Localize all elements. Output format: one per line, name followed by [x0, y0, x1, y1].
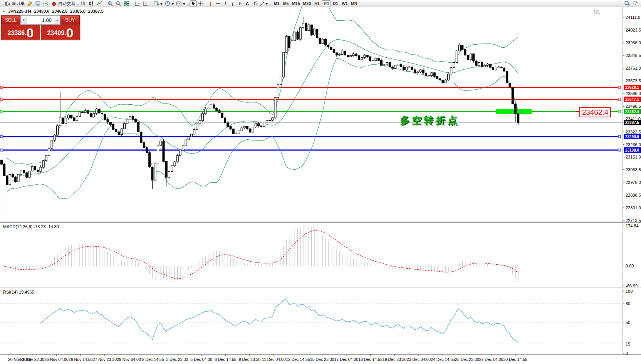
svg-text:23673.5: 23673.5 [626, 78, 641, 83]
svg-text:22888.5: 22888.5 [626, 193, 641, 197]
svg-text:22976.0: 22976.0 [626, 180, 641, 185]
svg-text:11 Dec 04:00: 11 Dec 04:00 [262, 357, 286, 362]
highlight-rectangle[interactable] [496, 109, 532, 114]
svg-text:22713.5: 22713.5 [626, 218, 641, 223]
svg-text:100: 100 [626, 289, 633, 294]
svg-text:50: 50 [626, 320, 630, 325]
svg-text:22801.0: 22801.0 [626, 205, 641, 210]
ohlc-high: 23462.5 [52, 9, 67, 13]
svg-text:24023.5: 24023.5 [626, 28, 641, 32]
svg-text:2 Dec 14:55: 2 Dec 14:55 [142, 357, 164, 362]
ohlc-close: 23387.5 [88, 9, 104, 13]
level-line-23547.1[interactable] [0, 98, 621, 100]
svg-text:15: 15 [626, 342, 630, 346]
rsi-line [41, 299, 519, 342]
ohlc-low: 23385.0 [70, 9, 86, 13]
svg-text:174.84: 174.84 [626, 224, 639, 228]
svg-text:MACD(12,26,9) -73.23 -14.80: MACD(12,26,9) -73.23 -14.80 [3, 224, 59, 229]
svg-text:80: 80 [626, 301, 630, 306]
svg-text:23586.0: 23586.0 [626, 91, 641, 96]
svg-text:3 Dec 23:30: 3 Dec 23:30 [166, 357, 188, 362]
svg-text:23063.5: 23063.5 [626, 167, 641, 172]
ohlc-open: 23450.0 [34, 9, 49, 13]
svg-text:23629.1: 23629.1 [625, 85, 639, 90]
symbol-info-line: ▲ JPN225-,H4 23450.0 23462.5 23385.0 233… [2, 9, 104, 13]
svg-text:27 Nov 23:30: 27 Nov 23:30 [93, 357, 117, 362]
axis-badge-23547.1: 23547.1 [624, 97, 641, 102]
volume-stepper: ▼ 1.00 ▲ [20, 15, 60, 25]
price-axis[interactable]: 24111.024023.523936.023848.523761.023673… [623, 7, 641, 356]
one-click-trading-panel: SELL ▼ 1.00 ▲ BUY 23386.0 23409.0 [1, 15, 80, 40]
buy-price-pips: 0 [66, 27, 74, 39]
volume-increase-button[interactable]: ▲ [54, 16, 60, 24]
chart-canvas[interactable]: 24111.024023.523936.023848.523761.023673… [0, 0, 641, 364]
turning-point-annotation[interactable]: 多空转折点 [400, 114, 460, 127]
level-line-23629.1[interactable] [0, 86, 621, 88]
axis-badge-23462.4: 23462.4 [624, 109, 641, 114]
svg-text:12 Dec 14:55: 12 Dec 14:55 [286, 357, 310, 362]
chart-corner-icon[interactable] [594, 9, 600, 14]
buy-price-main: 23409 [47, 27, 65, 39]
level-line-23290.5[interactable] [0, 135, 621, 138]
svg-text:27 Dec 04:00: 27 Dec 04:00 [479, 357, 503, 362]
svg-text:25 Nov 04:00: 25 Nov 04:00 [44, 357, 69, 362]
svg-text:23151.0: 23151.0 [626, 155, 641, 159]
svg-text:23236.0: 23236.0 [626, 142, 641, 147]
svg-text:18 Dec 14:55: 18 Dec 14:55 [358, 357, 383, 362]
svg-text:23498.5: 23498.5 [626, 104, 641, 109]
svg-text:17 Dec 04:00: 17 Dec 04:00 [334, 357, 359, 362]
sell-button[interactable]: SELL [1, 15, 20, 25]
svg-text:23848.5: 23848.5 [626, 53, 641, 58]
svg-text:RSI(14) 19.4965: RSI(14) 19.4965 [3, 290, 34, 294]
volume-decrease-button[interactable]: ▼ [20, 16, 27, 24]
axis-badge-23387.5: 23387.5 [624, 120, 641, 125]
svg-text:25 Dec 23:30: 25 Dec 23:30 [455, 357, 479, 362]
svg-text:24 Dec 14:55: 24 Dec 14:55 [431, 357, 455, 362]
collapse-triangle-icon[interactable]: ▲ [2, 10, 5, 13]
axis-badge-23629.1: 23629.1 [624, 85, 641, 90]
sell-price-display[interactable]: 23386.0 [1, 25, 40, 40]
buy-price-display[interactable]: 23409.0 [41, 25, 80, 40]
svg-text:23936.0: 23936.0 [626, 40, 641, 45]
svg-text:21 Nov 23:30: 21 Nov 23:30 [20, 357, 44, 362]
svg-text:23323.5: 23323.5 [626, 130, 641, 134]
svg-text:9 Dec 23:30: 9 Dec 23:30 [239, 357, 261, 362]
axis-badge-23198.0: 23198.0 [624, 147, 641, 153]
svg-text:15 Dec 23:30: 15 Dec 23:30 [310, 357, 334, 362]
svg-text:29 Nov 04:00: 29 Nov 04:00 [117, 357, 141, 362]
price-tag-label[interactable]: 23462.4 [579, 107, 611, 117]
symbol-name: JPN225-,H4 [8, 9, 32, 13]
macd-pane [2, 226, 518, 282]
mt4-window: 新订单 自动交易 [0, 0, 641, 364]
main-price-pane [0, 0, 623, 219]
svg-text:24111.0: 24111.0 [626, 15, 640, 20]
svg-text:23290.5: 23290.5 [625, 135, 639, 139]
buy-button[interactable]: BUY [60, 15, 80, 25]
macd-signal-line [2, 230, 518, 279]
svg-text:23387.5: 23387.5 [625, 120, 639, 125]
bollinger-middle-band [7, 40, 519, 177]
svg-text:5 Dec 04:00: 5 Dec 04:00 [190, 357, 212, 362]
svg-text:23547.1: 23547.1 [625, 97, 639, 102]
bollinger-upper-band [7, 0, 519, 164]
svg-text:23761.0: 23761.0 [626, 66, 641, 70]
svg-text:23 Dec 04:00: 23 Dec 04:00 [407, 357, 431, 362]
svg-text:30 Dec 14:55: 30 Dec 14:55 [503, 357, 527, 362]
svg-text:0.00: 0.00 [626, 264, 634, 268]
sell-price-main: 23386 [8, 27, 25, 39]
macd-label: MACD(12,26,9) -73.23 -14.80 [3, 224, 59, 229]
axis-badge-23290.5: 23290.5 [624, 134, 641, 139]
svg-text:26 Nov 14:55: 26 Nov 14:55 [69, 357, 93, 362]
svg-text:6 Dec 14:55: 6 Dec 14:55 [215, 357, 237, 362]
rsi-pane [0, 299, 623, 344]
svg-text:0: 0 [626, 351, 628, 356]
sell-price-pips: 0 [27, 27, 34, 39]
bollinger-lower-band [7, 58, 519, 199]
svg-text:23462.4: 23462.4 [625, 110, 639, 114]
volume-value[interactable]: 1.00 [27, 16, 54, 24]
time-axis[interactable]: 20 Nov 201921 Nov 23:3025 Nov 04:0026 No… [0, 354, 641, 362]
svg-text:19 Dec 23:30: 19 Dec 23:30 [383, 357, 407, 362]
svg-text:23198.0: 23198.0 [625, 148, 639, 152]
